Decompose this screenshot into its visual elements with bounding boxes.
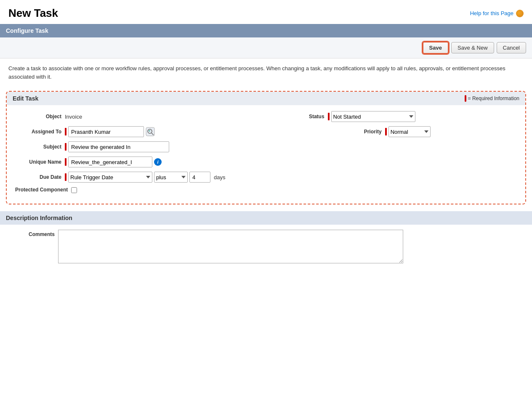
due-date-select[interactable]: Rule Trigger Date Date Date/Time [68,172,152,183]
due-date-row: Due Date Rule Trigger Date Date Date/Tim… [15,172,517,183]
due-date-plus-select[interactable]: plus minus [154,172,188,183]
unique-name-row: Unique Name i [15,157,517,167]
priority-select[interactable]: High Normal Low [388,126,431,137]
save-button[interactable]: Save [423,42,449,54]
unique-name-label: Unique Name [15,159,61,165]
edit-task-title: Edit Task [13,95,38,102]
form-body: Object Invoice Status Not Started In Pro… [7,105,525,204]
assigned-to-field-wrapper [65,126,197,137]
comments-row: Comments [0,225,532,268]
subject-field-wrapper [65,141,517,152]
page-header: New Task Help for this Page [0,0,532,24]
object-value: Invoice [65,114,82,120]
unique-name-required-indicator [65,158,66,166]
status-select[interactable]: Not Started In Progress Completed Waitin… [331,111,415,122]
svg-point-3 [149,130,150,132]
object-label: Object [15,114,61,119]
description-text: Create a task to associate with one or m… [0,58,532,87]
priority-label: Priority [335,129,382,135]
due-date-field-wrapper: Rule Trigger Date Date Date/Time plus mi… [65,172,517,183]
due-date-days-input[interactable] [189,172,210,183]
due-date-label: Due Date [15,174,61,180]
subject-required-indicator [65,143,66,151]
due-date-required-indicator [65,173,66,181]
edit-task-header: Edit Task = Required Information [7,92,525,105]
assigned-to-lookup-icon[interactable] [146,127,155,136]
help-icon [516,10,524,17]
cancel-button[interactable]: Cancel [497,42,526,53]
help-link-text: Help for this Page [470,10,513,16]
unique-name-input[interactable] [68,157,152,167]
help-link[interactable]: Help for this Page [470,10,524,17]
assigned-to-required-indicator [65,128,66,135]
priority-field-wrapper: High Normal Low [385,126,517,137]
status-required-indicator [328,113,330,120]
unique-name-field-wrapper: i [65,157,517,167]
protected-component-row: Protected Component [15,187,517,194]
configure-task-header: Configure Task [0,24,532,37]
days-label: days [214,174,225,180]
protected-component-checkbox[interactable] [71,187,77,193]
comments-textarea[interactable] [58,230,403,263]
subject-row: Subject [15,141,517,152]
subject-label: Subject [15,144,61,150]
status-field-wrapper: Not Started In Progress Completed Waitin… [328,111,517,122]
save-new-button[interactable]: Save & New [451,42,494,53]
toolbar: Save Save & New Cancel [0,37,532,58]
assigned-to-row: Assigned To Priority High [15,126,517,137]
status-label: Status [278,114,325,119]
protected-component-label: Protected Component [15,187,68,194]
unique-name-info-icon[interactable]: i [154,158,162,166]
required-legend: = Required Information [465,95,519,102]
subject-input[interactable] [68,141,169,152]
assigned-to-label: Assigned To [15,129,61,135]
priority-required-indicator [385,128,387,135]
description-information-header: Description Information [0,211,532,225]
edit-task-container: Edit Task = Required Information Object … [6,91,526,204]
assigned-to-input[interactable] [68,126,144,137]
protected-component-field-wrapper [71,187,517,193]
required-bar-icon [465,95,466,102]
lookup-svg [146,127,155,136]
page-title: New Task [8,7,58,20]
comments-label: Comments [8,230,55,237]
object-row: Object Invoice Status Not Started In Pro… [15,111,517,122]
